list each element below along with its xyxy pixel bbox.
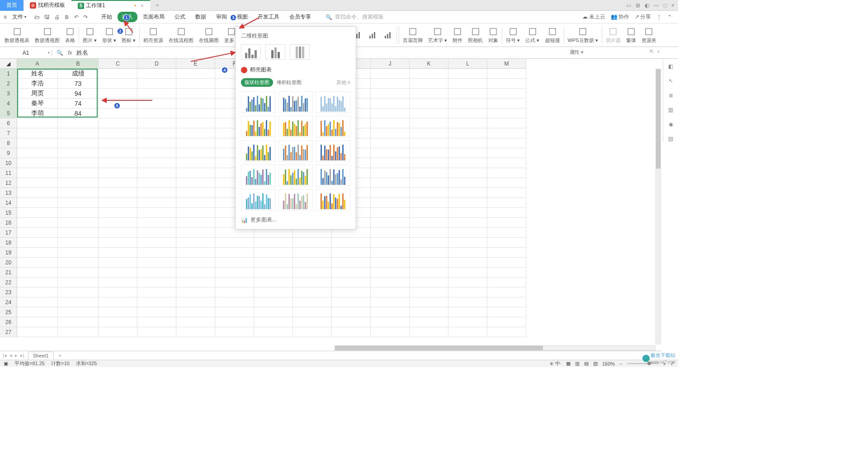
cell-D18[interactable]: [137, 238, 176, 248]
row-header-20[interactable]: 20: [0, 258, 17, 268]
cell-M9[interactable]: [487, 148, 526, 158]
cell-E7[interactable]: [176, 128, 215, 138]
cell-E16[interactable]: [176, 218, 215, 228]
tab-home[interactable]: 首页: [0, 0, 24, 11]
cell-K19[interactable]: [410, 248, 448, 258]
cell-K25[interactable]: [410, 307, 448, 317]
ribbon-chart-type-6[interactable]: [365, 30, 380, 40]
cell-C27[interactable]: [99, 327, 137, 337]
cell-K16[interactable]: [410, 218, 448, 228]
cell-M5[interactable]: [487, 108, 526, 118]
cell-H19[interactable]: [293, 248, 332, 258]
cell-E10[interactable]: [176, 158, 215, 168]
cell-A7[interactable]: [17, 128, 58, 138]
ribbon-艺术字[interactable]: 艺术字 ▾: [425, 27, 450, 44]
cell-A19[interactable]: [17, 248, 58, 258]
cell-A16[interactable]: [17, 218, 58, 228]
cell-L1[interactable]: [448, 69, 487, 79]
cell-J21[interactable]: [371, 268, 410, 277]
cell-C26[interactable]: [99, 317, 137, 327]
ribbon-公式[interactable]: 公式 ▾: [523, 27, 542, 44]
row-header-2[interactable]: 2: [0, 79, 17, 89]
cell-D13[interactable]: [137, 188, 176, 198]
cell-K6[interactable]: [410, 118, 448, 128]
cell-F26[interactable]: [215, 317, 254, 327]
cell-B15[interactable]: [58, 208, 99, 218]
row-header-7[interactable]: 7: [0, 128, 17, 138]
chart-template-7[interactable]: [278, 140, 313, 162]
row-header-27[interactable]: 27: [0, 327, 17, 337]
row-header-21[interactable]: 21: [0, 268, 17, 277]
chart-template-3[interactable]: [241, 116, 276, 137]
cell-E9[interactable]: [176, 148, 215, 158]
cell-A13[interactable]: [17, 188, 58, 198]
cell-I21[interactable]: [332, 268, 371, 277]
cell-L9[interactable]: [448, 148, 487, 158]
cell-D21[interactable]: [137, 268, 176, 277]
cell-E2[interactable]: [176, 79, 215, 89]
sheet-nav-prev-icon[interactable]: ◂: [9, 352, 12, 358]
menu-tab-4[interactable]: 数据: [191, 12, 211, 22]
cell-G23[interactable]: [254, 287, 293, 297]
cell-C11[interactable]: [99, 168, 137, 178]
cell-C25[interactable]: [99, 307, 137, 317]
cell-J19[interactable]: [371, 248, 410, 258]
cell-M7[interactable]: [487, 128, 526, 138]
row-header-12[interactable]: 12: [0, 178, 17, 188]
window-layout-icon[interactable]: ▭: [626, 2, 631, 9]
cell-C15[interactable]: [99, 208, 137, 218]
cell-C7[interactable]: [99, 128, 137, 138]
cell-B23[interactable]: [58, 287, 99, 297]
side-select-icon[interactable]: ↖: [669, 78, 673, 84]
cell-H26[interactable]: [293, 317, 332, 327]
cell-J5[interactable]: [371, 108, 410, 118]
col-header-K[interactable]: K: [410, 59, 448, 69]
cell-J12[interactable]: [371, 178, 410, 188]
cell-A20[interactable]: [17, 258, 58, 268]
cell-M26[interactable]: [487, 317, 526, 327]
ribbon-数据透视图[interactable]: 数据透视图: [32, 27, 62, 44]
cell-M1[interactable]: [487, 69, 526, 79]
cell-L3[interactable]: [448, 89, 487, 99]
row-header-8[interactable]: 8: [0, 138, 17, 148]
cell-D5[interactable]: [137, 108, 176, 118]
cell-E14[interactable]: [176, 198, 215, 208]
cell-K14[interactable]: [410, 198, 448, 208]
chart-stacked-column[interactable]: [265, 44, 285, 60]
cell-A4[interactable]: 秦琴: [17, 99, 58, 108]
cell-A2[interactable]: 李浩: [17, 79, 58, 89]
cell-M19[interactable]: [487, 248, 526, 258]
cell-B20[interactable]: [58, 258, 99, 268]
cell-D6[interactable]: [137, 118, 176, 128]
cell-H24[interactable]: [293, 297, 332, 307]
cell-M23[interactable]: [487, 287, 526, 297]
cell-B10[interactable]: [58, 158, 99, 168]
qat-preview-icon[interactable]: 🗎: [64, 14, 70, 20]
cell-M27[interactable]: [487, 327, 526, 337]
cell-A18[interactable]: [17, 238, 58, 248]
cell-G26[interactable]: [254, 317, 293, 327]
cell-M16[interactable]: [487, 218, 526, 228]
cell-C12[interactable]: [99, 178, 137, 188]
cell-A22[interactable]: [17, 277, 58, 287]
chart-template-5[interactable]: [316, 116, 350, 137]
cell-E8[interactable]: [176, 138, 215, 148]
chart-template-8[interactable]: [316, 140, 350, 162]
cell-D17[interactable]: [137, 228, 176, 238]
cell-C13[interactable]: [99, 188, 137, 198]
cell-E17[interactable]: [176, 228, 215, 238]
cell-K15[interactable]: [410, 208, 448, 218]
chart-template-2[interactable]: [316, 91, 350, 113]
row-header-14[interactable]: 14: [0, 198, 17, 208]
user-avatar-icon[interactable]: ◐: [645, 2, 649, 9]
hamburger-icon[interactable]: ≡: [4, 14, 7, 20]
cell-E12[interactable]: [176, 178, 215, 188]
ribbon-chart-type-7[interactable]: [380, 30, 396, 40]
cell-K8[interactable]: [410, 138, 448, 148]
cell-C5[interactable]: [99, 108, 137, 118]
cell-H20[interactable]: [293, 258, 332, 268]
row-header-4[interactable]: 4: [0, 99, 17, 108]
cell-K22[interactable]: [410, 277, 448, 287]
cell-A15[interactable]: [17, 208, 58, 218]
share-button[interactable]: ↗分享: [635, 13, 651, 21]
